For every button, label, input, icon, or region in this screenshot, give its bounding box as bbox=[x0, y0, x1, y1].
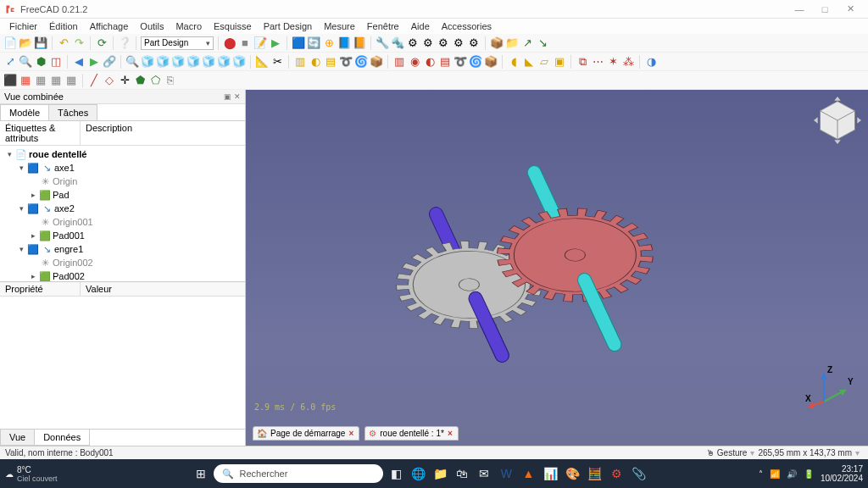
tool-icon[interactable]: 📘 bbox=[337, 36, 351, 50]
fit-selection-icon[interactable]: 🔍 bbox=[19, 55, 32, 69]
pd-subbox-icon[interactable]: 📦 bbox=[484, 55, 498, 69]
nav-right-icon[interactable]: ▶ bbox=[87, 55, 101, 69]
app-icon[interactable]: 📊 bbox=[541, 464, 559, 483]
menu-aide[interactable]: Aide bbox=[405, 20, 436, 32]
pd-pad-icon[interactable]: ▥ bbox=[293, 55, 307, 69]
assembly-icon[interactable]: ⚙ bbox=[467, 36, 481, 50]
pd-box-icon[interactable]: 📦 bbox=[370, 55, 383, 69]
tree-node[interactable]: ▸🟩Pad001 bbox=[0, 229, 245, 242]
view-left-icon[interactable]: 🧊 bbox=[232, 55, 246, 69]
assembly-icon[interactable]: ⚙ bbox=[437, 36, 450, 50]
export-icon[interactable]: ↗ bbox=[520, 36, 534, 50]
subbinder-icon[interactable]: ⬠ bbox=[148, 74, 162, 87]
doc-tab-start[interactable]: 🏠 Page de démarrage × bbox=[253, 426, 359, 441]
battery-icon[interactable]: 🔋 bbox=[804, 469, 814, 479]
wifi-icon[interactable]: 📶 bbox=[770, 469, 780, 479]
pd-fillet-icon[interactable]: ◖ bbox=[507, 55, 520, 69]
tree-node[interactable]: ✳Origin001 bbox=[0, 215, 245, 229]
navigation-cube[interactable] bbox=[814, 97, 861, 144]
menu-mesure[interactable]: Mesure bbox=[318, 20, 361, 32]
section-icon[interactable]: ✂ bbox=[270, 55, 284, 69]
view-front-icon[interactable]: 🧊 bbox=[156, 55, 170, 69]
pd-thickness-icon[interactable]: ▣ bbox=[553, 55, 566, 69]
pd-chamfer-icon[interactable]: ◣ bbox=[522, 55, 536, 69]
tool-icon[interactable]: 📙 bbox=[353, 36, 366, 50]
macro-run-icon[interactable]: ▶ bbox=[269, 36, 282, 50]
tool-icon[interactable]: ⊕ bbox=[322, 36, 336, 50]
menu-fenêtre[interactable]: Fenêtre bbox=[361, 20, 405, 32]
app-icon[interactable]: 📎 bbox=[629, 464, 648, 483]
pd-subhelix-icon[interactable]: 🌀 bbox=[469, 55, 482, 69]
datum-cs-icon[interactable]: ✛ bbox=[118, 74, 131, 87]
chevron-up-icon[interactable]: ˄ bbox=[759, 469, 763, 479]
workbench-selector[interactable]: Part Design bbox=[141, 36, 214, 50]
pd-pocket-icon[interactable]: ▥ bbox=[392, 55, 406, 69]
pd-loft-icon[interactable]: ▤ bbox=[324, 55, 337, 69]
datum-line-icon[interactable]: ╱ bbox=[87, 74, 101, 87]
pd-polar-icon[interactable]: ✶ bbox=[606, 55, 620, 69]
system-tray[interactable]: ˄ 📶 🔊 🔋 23:17 10/02/2024 bbox=[759, 464, 863, 483]
panel-undock-icon[interactable]: ▣ ✕ bbox=[224, 92, 241, 101]
folder-icon[interactable]: 📦 bbox=[490, 36, 504, 50]
close-button[interactable]: ✕ bbox=[837, 3, 863, 14]
macro-edit-icon[interactable]: 📝 bbox=[253, 36, 267, 50]
clock[interactable]: 23:17 10/02/2024 bbox=[821, 464, 863, 483]
tree-node[interactable]: ✳Origin bbox=[0, 175, 245, 188]
fit-all-icon[interactable]: ⤢ bbox=[3, 55, 17, 69]
view-top-icon[interactable]: 🧊 bbox=[171, 55, 185, 69]
map-sketch-icon[interactable]: ▦ bbox=[49, 74, 63, 87]
tree-node[interactable]: ▸🟩Pad002 bbox=[0, 269, 245, 281]
body-icon[interactable]: ⬛ bbox=[3, 74, 17, 87]
menu-part design[interactable]: Part Design bbox=[258, 20, 318, 32]
taskbar-search[interactable]: 🔍 Rechercher bbox=[214, 464, 383, 483]
pd-helix-icon[interactable]: 🌀 bbox=[354, 55, 368, 69]
save-icon[interactable]: 💾 bbox=[34, 36, 47, 50]
undo-icon[interactable]: ↶ bbox=[57, 36, 70, 50]
menu-accessories[interactable]: Accessories bbox=[436, 20, 498, 32]
edge-icon[interactable]: 🌐 bbox=[409, 464, 427, 483]
assembly-icon[interactable]: ⚙ bbox=[452, 36, 465, 50]
model-tree[interactable]: ▾📄roue dentellé▾🟦↘axe1✳Origin▸🟩Pad▾🟦↘axe… bbox=[0, 146, 245, 281]
task-view-icon[interactable]: ◧ bbox=[387, 464, 405, 483]
doc-tab-model[interactable]: ⚙ roue dentellé : 1* × bbox=[364, 426, 458, 441]
measure-icon[interactable]: 📐 bbox=[255, 55, 269, 69]
nav-style-icon[interactable]: 🖱 bbox=[706, 448, 715, 458]
pd-subloft-icon[interactable]: ▤ bbox=[438, 55, 452, 69]
menu-outils[interactable]: Outils bbox=[134, 20, 170, 32]
tool-icon[interactable]: 🟦 bbox=[292, 36, 305, 50]
word-icon[interactable]: W bbox=[497, 464, 515, 483]
whatsthis-icon[interactable]: ❔ bbox=[118, 36, 131, 50]
pd-draft-icon[interactable]: ▱ bbox=[537, 55, 551, 69]
assembly-icon[interactable]: 🔧 bbox=[376, 36, 389, 50]
draw-style-icon[interactable]: ⬢ bbox=[34, 55, 47, 69]
assembly-icon[interactable]: ⚙ bbox=[406, 36, 420, 50]
edit-sketch-icon[interactable]: ▦ bbox=[34, 74, 47, 87]
tool-icon[interactable]: 🔄 bbox=[307, 36, 320, 50]
3d-viewport[interactable]: X Y Z 2.9 ms / 6.0 fps 🏠 Page de démarra… bbox=[246, 90, 868, 446]
export-icon[interactable]: ↘ bbox=[536, 36, 549, 50]
datum-plane-icon[interactable]: ◇ bbox=[103, 74, 116, 87]
nav-left-icon[interactable]: ◀ bbox=[72, 55, 86, 69]
new-icon[interactable]: 📄 bbox=[3, 36, 17, 50]
pd-subsweep-icon[interactable]: ➰ bbox=[453, 55, 467, 69]
bbox-icon[interactable]: ◫ bbox=[49, 55, 63, 69]
zoom-icon[interactable]: 🔍 bbox=[125, 55, 139, 69]
view-rear-icon[interactable]: 🧊 bbox=[202, 55, 215, 69]
menu-esquisse[interactable]: Esquisse bbox=[208, 20, 258, 32]
validate-sketch-icon[interactable]: ▦ bbox=[64, 74, 78, 87]
tab-data[interactable]: Données bbox=[34, 430, 90, 446]
maximize-button[interactable]: □ bbox=[812, 4, 837, 14]
start-button[interactable]: ⊞ bbox=[192, 464, 210, 483]
volume-icon[interactable]: 🔊 bbox=[787, 469, 797, 479]
tab-model[interactable]: Modèle bbox=[0, 104, 49, 120]
view-iso-icon[interactable]: 🧊 bbox=[141, 55, 154, 69]
close-icon[interactable]: × bbox=[448, 429, 453, 438]
tree-node[interactable]: ▾🟦↘axe2 bbox=[0, 202, 245, 215]
refresh-icon[interactable]: ⟳ bbox=[95, 36, 108, 50]
folder-icon[interactable]: 📁 bbox=[505, 36, 519, 50]
explorer-icon[interactable]: 📁 bbox=[431, 464, 449, 483]
sketch-icon[interactable]: ▦ bbox=[19, 74, 32, 87]
minimize-button[interactable]: — bbox=[787, 4, 812, 14]
macro-record-icon[interactable]: ⬤ bbox=[223, 36, 236, 50]
menu-macro[interactable]: Macro bbox=[170, 20, 208, 32]
